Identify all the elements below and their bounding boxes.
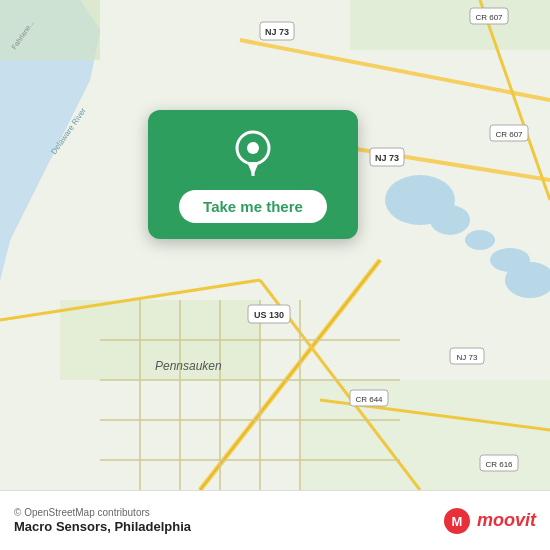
bottom-left-info: © OpenStreetMap contributors Macro Senso…: [14, 507, 191, 534]
svg-marker-55: [247, 162, 259, 176]
svg-rect-11: [300, 380, 550, 490]
map-container: NJ 73 CR 607 NJ 73 CR 607 S 130 CR 541 U…: [0, 0, 550, 490]
svg-text:NJ 73: NJ 73: [457, 353, 478, 362]
svg-point-5: [465, 230, 495, 250]
svg-text:CR 616: CR 616: [485, 460, 513, 469]
location-pin-icon: [227, 128, 279, 180]
svg-rect-9: [350, 0, 550, 50]
moovit-logo: M moovit: [443, 507, 536, 535]
svg-text:CR 607: CR 607: [475, 13, 503, 22]
svg-text:Pennsauken: Pennsauken: [155, 359, 222, 373]
take-me-there-button[interactable]: Take me there: [179, 190, 327, 223]
svg-point-4: [430, 205, 470, 235]
svg-text:CR 644: CR 644: [355, 395, 383, 404]
svg-text:M: M: [452, 514, 463, 529]
moovit-brand-icon: M: [443, 507, 471, 535]
svg-text:NJ 73: NJ 73: [265, 27, 289, 37]
osm-attribution: © OpenStreetMap contributors: [14, 507, 191, 518]
location-card: Take me there: [148, 110, 358, 239]
map-background: NJ 73 CR 607 NJ 73 CR 607 S 130 CR 541 U…: [0, 0, 550, 490]
svg-point-53: [247, 142, 259, 154]
svg-text:CR 607: CR 607: [495, 130, 523, 139]
svg-text:US 130: US 130: [254, 310, 284, 320]
location-name: Macro Sensors, Philadelphia: [14, 519, 191, 534]
moovit-brand-text: moovit: [477, 510, 536, 531]
bottom-bar: © OpenStreetMap contributors Macro Senso…: [0, 490, 550, 550]
svg-text:NJ 73: NJ 73: [375, 153, 399, 163]
